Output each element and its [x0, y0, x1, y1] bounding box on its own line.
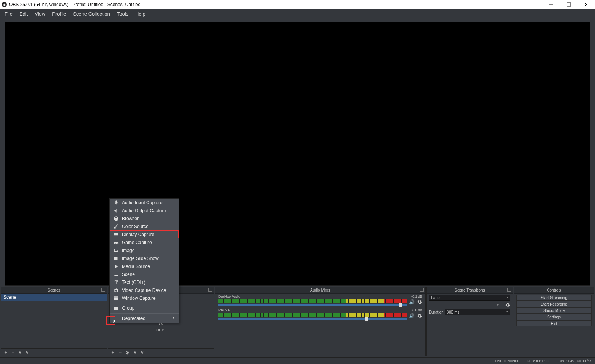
speaker-icon — [114, 208, 119, 213]
start-streaming-button[interactable]: Start Streaming — [516, 295, 592, 301]
track-level: -3.0 dB — [411, 308, 422, 312]
ctx-item-image-slide-show[interactable]: Image Slide Show — [110, 254, 179, 262]
mixer-track-desktop: Desktop Audio-0.1 dB 🔊 — [215, 294, 425, 307]
submenu-arrow-icon — [173, 316, 176, 319]
undock-icon[interactable] — [507, 288, 511, 292]
source-settings-button[interactable]: ⚙ — [125, 350, 129, 355]
transition-remove-button[interactable]: − — [501, 303, 503, 307]
mixer-track-mic: Mic/Aux-3.0 dB 🔊 — [215, 307, 425, 321]
mute-icon[interactable]: 🔊 — [409, 299, 415, 305]
status-bar: LIVE: 00:00:00 REC: 00:00:00 CPU: 1.4%, … — [0, 357, 595, 364]
scene-add-button[interactable]: ＋ — [3, 349, 8, 356]
controls-dock: Controls Start Streaming Start Recording… — [514, 287, 594, 356]
transitions-dock: Scene Transitions Fade ＋ − Duration 300 … — [426, 287, 513, 356]
scene-list-item[interactable]: Scene — [1, 294, 107, 301]
volume-slider[interactable] — [218, 304, 407, 306]
ctx-item-game-capture[interactable]: Game Capture — [110, 238, 179, 246]
obs-app-icon: ◉ — [2, 2, 7, 7]
window-icon — [114, 296, 119, 301]
transition-select[interactable]: Fade — [429, 295, 510, 301]
ctx-item-media-source[interactable]: Media Source — [110, 262, 179, 270]
studio-mode-button[interactable]: Studio Mode — [516, 307, 592, 314]
play-icon — [114, 264, 119, 269]
ctx-item-color-source[interactable]: Color Source — [110, 222, 179, 230]
list-icon — [114, 272, 119, 277]
menu-profile[interactable]: Profile — [49, 10, 69, 18]
camera-icon — [114, 288, 119, 293]
gamepad-icon — [114, 240, 119, 245]
source-move-up-button[interactable]: ∧ — [133, 350, 137, 355]
status-rec: REC: 00:00:00 — [527, 359, 549, 363]
ctx-item-scene[interactable]: Scene — [110, 270, 179, 278]
ctx-item-audio-input-capture[interactable]: Audio Input Capture — [110, 199, 179, 206]
menu-view[interactable]: View — [32, 10, 48, 18]
ctx-item-image[interactable]: Image — [110, 246, 179, 254]
menu-tools[interactable]: Tools — [114, 10, 131, 18]
scene-move-down-button[interactable]: ∨ — [25, 350, 29, 355]
scenes-dock: Scenes Scene ＋ − ∧ ∨ — [1, 287, 107, 356]
ctx-item-browser[interactable]: Browser — [110, 214, 179, 222]
mic-icon — [114, 200, 119, 205]
source-add-button[interactable]: ＋ — [110, 349, 115, 356]
window-titlebar: ◉ OBS 25.0.1 (64-bit, windows) - Profile… — [0, 0, 595, 9]
status-cpu: CPU: 1.4%, 60.00 fps — [558, 359, 591, 363]
folder-icon — [114, 306, 119, 311]
gear-icon[interactable] — [417, 313, 422, 318]
volume-meter — [218, 313, 407, 317]
controls-title: Controls — [547, 288, 561, 292]
monitor-icon — [114, 232, 119, 237]
svg-rect-1 — [567, 3, 571, 6]
duration-input[interactable]: 300 ms — [445, 309, 510, 315]
menu-file[interactable]: File — [2, 10, 16, 18]
slides-icon — [114, 256, 119, 261]
menubar: File Edit View Profile Scene Collection … — [0, 9, 595, 19]
text-icon — [114, 280, 119, 285]
menu-help[interactable]: Help — [132, 10, 148, 18]
brush-icon — [114, 224, 119, 229]
mixer-title: Audio Mixer — [310, 288, 330, 292]
ctx-item-display-capture[interactable]: Display Capture — [110, 230, 179, 238]
scene-remove-button[interactable]: − — [12, 350, 14, 355]
undock-icon[interactable] — [208, 288, 212, 292]
track-name: Desktop Audio — [218, 295, 240, 298]
ctx-item-group[interactable]: Group — [110, 303, 179, 312]
start-recording-button[interactable]: Start Recording — [516, 301, 592, 307]
mute-icon[interactable]: 🔊 — [409, 313, 415, 318]
gear-icon[interactable] — [417, 299, 422, 305]
status-live: LIVE: 00:00:00 — [495, 359, 518, 363]
window-maximize-button[interactable] — [560, 0, 578, 9]
ctx-item-text-gdi-[interactable]: Text (GDI+) — [110, 278, 179, 286]
settings-button[interactable]: Settings — [516, 314, 592, 320]
scenes-title: Scenes — [47, 288, 60, 292]
window-minimize-button[interactable] — [543, 0, 560, 9]
preview-canvas[interactable] — [5, 22, 590, 286]
ctx-item-video-capture-device[interactable]: Video Capture Device — [110, 286, 179, 294]
volume-slider[interactable] — [218, 318, 407, 320]
track-name: Mic/Aux — [218, 308, 230, 312]
ctx-item-deprecated[interactable]: Deprecated — [110, 313, 179, 323]
window-title: OBS 25.0.1 (64-bit, windows) - Profile: … — [9, 2, 140, 7]
scene-move-up-button[interactable]: ∧ — [18, 350, 22, 355]
undock-icon[interactable] — [101, 288, 105, 292]
window-close-button[interactable] — [578, 0, 595, 9]
track-level: -0.1 dB — [411, 295, 422, 298]
exit-button[interactable]: Exit — [516, 320, 592, 326]
transitions-title: Scene Transitions — [455, 288, 485, 292]
image-icon — [114, 248, 119, 253]
source-remove-button[interactable]: − — [119, 350, 122, 355]
add-source-context-menu: Audio Input CaptureAudio Output CaptureB… — [109, 198, 179, 323]
duration-label: Duration — [429, 310, 443, 314]
ctx-item-audio-output-capture[interactable]: Audio Output Capture — [110, 206, 179, 214]
ctx-item-window-capture[interactable]: Window Capture — [110, 294, 179, 302]
transition-add-button[interactable]: ＋ — [496, 302, 500, 307]
gear-icon[interactable] — [505, 302, 510, 307]
globe-icon — [114, 216, 119, 221]
menu-edit[interactable]: Edit — [16, 10, 31, 18]
menu-scene-collection[interactable]: Scene Collection — [70, 10, 113, 18]
audio-mixer-dock: Audio Mixer Desktop Audio-0.1 dB 🔊 Mic/A… — [215, 287, 426, 356]
undock-icon[interactable] — [420, 288, 424, 292]
source-move-down-button[interactable]: ∨ — [140, 350, 144, 355]
volume-meter — [218, 299, 407, 303]
